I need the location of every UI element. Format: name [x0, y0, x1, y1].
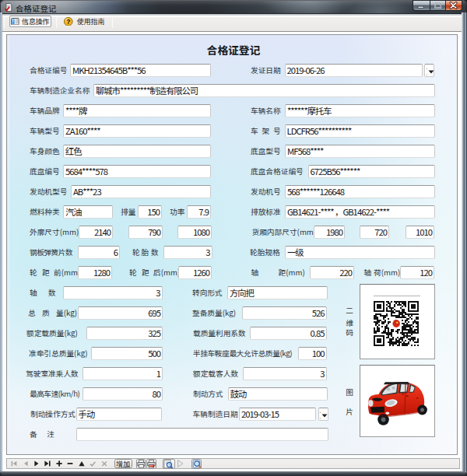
svg-text:?: ?: [66, 18, 70, 25]
